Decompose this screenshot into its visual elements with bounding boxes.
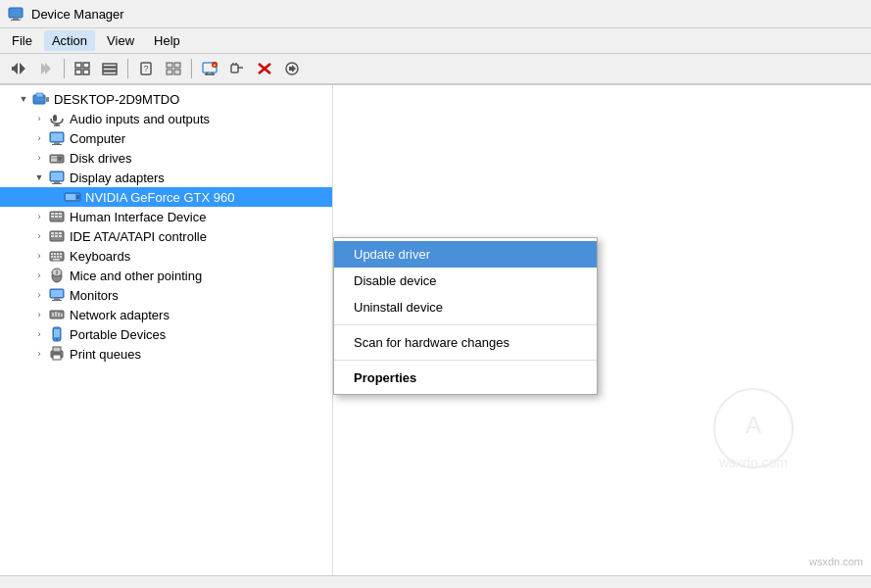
context-menu-sep1	[334, 324, 597, 325]
network-toggle[interactable]: ›	[31, 307, 47, 322]
svg-point-96	[56, 338, 58, 340]
svg-rect-63	[55, 216, 58, 218]
svg-marker-6	[20, 63, 25, 74]
tree-root[interactable]: ▼ DESKTOP-2D9MTDO	[0, 89, 332, 109]
grid2-button[interactable]	[97, 57, 122, 80]
menu-bar: File Action View Help	[0, 28, 871, 54]
computer-toggle[interactable]: ›	[31, 130, 47, 146]
status-bar	[0, 575, 871, 588]
computer-icon	[47, 130, 67, 146]
svg-rect-44	[51, 133, 63, 141]
root-toggle[interactable]: ▼	[16, 91, 31, 107]
svg-rect-39	[46, 97, 49, 102]
context-menu: Update driver Disable device Uninstall d…	[333, 237, 598, 395]
svg-rect-10	[83, 63, 89, 68]
context-menu-properties[interactable]: Properties	[334, 365, 597, 391]
portable-label: Portable Devices	[70, 327, 166, 342]
tree-item-monitors[interactable]: › Monitors	[0, 285, 332, 305]
display-toggle[interactable]: ▼	[31, 170, 47, 185]
context-menu-disable-device[interactable]: Disable device	[334, 268, 597, 294]
svg-rect-48	[51, 156, 57, 162]
context-menu-scan-hardware[interactable]: Scan for hardware changes	[334, 329, 597, 356]
svg-rect-12	[83, 70, 89, 74]
tree-panel[interactable]: ▼ DESKTOP-2D9MTDO ›	[0, 85, 333, 575]
tree-item-audio[interactable]: › Audio inputs and outputs	[0, 109, 332, 128]
audio-toggle[interactable]: ›	[31, 111, 47, 126]
tree-item-keyboards[interactable]: › Keyboards	[0, 246, 332, 266]
mice-toggle[interactable]: ›	[31, 268, 47, 283]
gpu-label: NVIDIA GeForce GTX 960	[85, 190, 234, 205]
hid-toggle[interactable]: ›	[31, 209, 47, 224]
ide-toggle[interactable]: ›	[31, 228, 47, 244]
svg-rect-86	[51, 290, 63, 297]
toolbar-sep-1	[64, 59, 65, 78]
main-content: ▼ DESKTOP-2D9MTDO ›	[0, 85, 871, 575]
print-toggle[interactable]: ›	[31, 346, 47, 362]
back-button[interactable]	[6, 57, 31, 80]
display-label: Display adapters	[70, 171, 165, 185]
svg-rect-0	[9, 8, 23, 18]
display-icon	[47, 170, 67, 185]
monitor-button[interactable]: +	[197, 57, 222, 80]
tree-item-gpu[interactable]: NVIDIA GeForce GTX 960	[0, 187, 332, 207]
svg-rect-73	[51, 253, 53, 255]
grid1-button[interactable]	[70, 57, 95, 80]
svg-rect-20	[167, 70, 172, 74]
app-icon	[8, 6, 24, 22]
svg-rect-80	[60, 256, 62, 258]
tree-item-mice[interactable]: › Mice and other pointing	[0, 266, 332, 285]
svg-rect-78	[54, 256, 56, 258]
refresh-button[interactable]	[279, 57, 305, 80]
forward-button[interactable]	[33, 57, 59, 80]
svg-rect-13	[103, 64, 117, 67]
tree-item-computer[interactable]: › Computer	[0, 128, 332, 148]
watermark-text: wsxdn.com	[809, 556, 863, 567]
context-menu-update-driver[interactable]: Update driver	[334, 241, 597, 268]
delete-button[interactable]	[252, 57, 277, 80]
svg-rect-87	[54, 298, 60, 300]
tree-item-display[interactable]: ▼ Display adapters	[0, 168, 332, 187]
menu-view[interactable]: View	[99, 30, 142, 51]
svg-rect-2	[11, 20, 21, 21]
svg-rect-71	[59, 235, 62, 237]
portable-toggle[interactable]: ›	[31, 326, 47, 342]
context-menu-uninstall-device[interactable]: Uninstall device	[334, 294, 597, 320]
tree-item-ide[interactable]: › IDE ATA/ATAPI controlle	[0, 226, 332, 246]
svg-rect-52	[51, 172, 63, 180]
svg-rect-21	[174, 70, 180, 74]
mice-icon	[47, 268, 67, 283]
svg-rect-53	[54, 181, 60, 183]
menu-file[interactable]: File	[4, 30, 40, 51]
svg-text:+: +	[214, 62, 217, 68]
tree-item-disk[interactable]: › Disk drives	[0, 148, 332, 168]
tree-item-portable[interactable]: › Portable Devices	[0, 324, 332, 344]
svg-rect-88	[52, 300, 62, 301]
svg-rect-18	[167, 63, 172, 68]
tree-item-hid[interactable]: › Human Interface Device	[0, 207, 332, 226]
audio-icon	[47, 111, 67, 126]
svg-rect-64	[59, 216, 62, 218]
monitors-toggle[interactable]: ›	[31, 287, 47, 303]
svg-rect-70	[55, 235, 58, 237]
grid3-button[interactable]	[161, 57, 186, 80]
menu-help[interactable]: Help	[146, 30, 188, 51]
tree-item-network[interactable]: › Network adapters	[0, 305, 332, 324]
ide-label: IDE ATA/ATAPI controlle	[70, 229, 207, 244]
keyboards-toggle[interactable]: ›	[31, 248, 47, 264]
computer-label: Computer	[70, 131, 125, 146]
svg-rect-15	[103, 72, 117, 74]
svg-rect-68	[59, 232, 62, 234]
app-title: Device Manager	[31, 7, 124, 22]
tree-item-print[interactable]: › Print queues	[0, 344, 332, 364]
context-menu-sep2	[334, 360, 597, 361]
svg-point-49	[58, 157, 62, 161]
svg-rect-59	[51, 213, 54, 215]
help-button[interactable]: ?	[133, 57, 159, 80]
svg-marker-8	[45, 63, 51, 74]
toolbar-sep-3	[191, 59, 192, 78]
svg-rect-54	[52, 183, 62, 184]
disk-toggle[interactable]: ›	[31, 150, 47, 166]
menu-action[interactable]: Action	[44, 30, 95, 51]
plugin-button[interactable]	[224, 57, 250, 80]
toolbar: ? +	[0, 54, 871, 85]
